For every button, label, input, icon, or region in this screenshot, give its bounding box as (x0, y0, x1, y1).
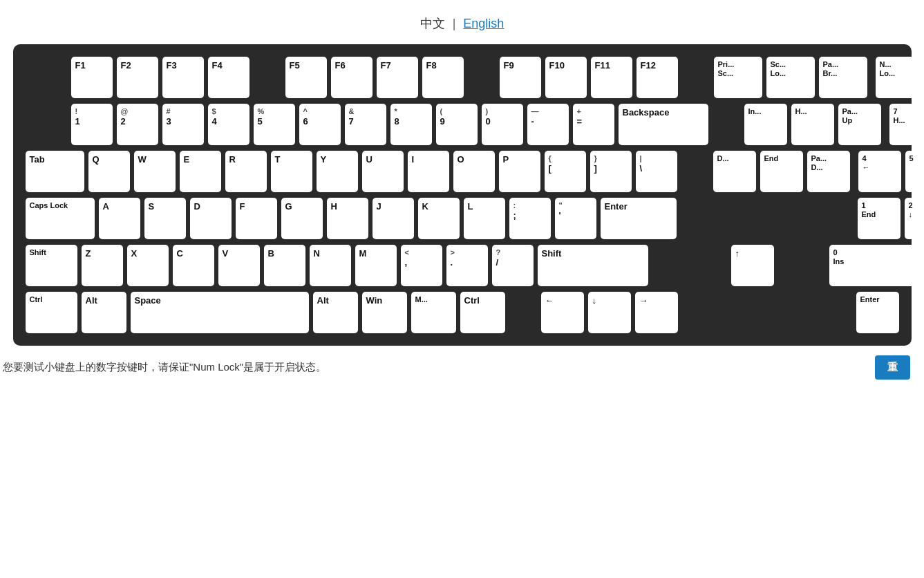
key-f1[interactable]: F1 (71, 57, 113, 98)
key-4[interactable]: $4 (208, 104, 249, 145)
key-home[interactable]: H... (791, 104, 834, 145)
key-f[interactable]: F (236, 198, 277, 239)
key-s[interactable]: S (144, 198, 186, 239)
key-period[interactable]: >. (446, 245, 488, 286)
key-b[interactable]: B (264, 245, 305, 286)
key-rshift[interactable]: Shift (538, 245, 648, 286)
key-f2[interactable]: F2 (117, 57, 158, 98)
key-lshift[interactable]: Shift (26, 245, 77, 286)
key-f12[interactable]: F12 (637, 57, 678, 98)
key-uparrow[interactable]: ↑ (731, 245, 774, 286)
key-lbracket[interactable]: {[ (545, 151, 586, 192)
key-i[interactable]: I (408, 151, 449, 192)
key-menu[interactable]: M... (411, 292, 456, 333)
key-t[interactable]: T (271, 151, 312, 192)
key-ralt[interactable]: Alt (313, 292, 358, 333)
key-x[interactable]: X (127, 245, 169, 286)
key-r[interactable]: R (225, 151, 267, 192)
key-printscreen[interactable]: Pri...Sc... (714, 57, 762, 98)
numlock-note: 您要测试小键盘上的数字按键时，请保证"Num Lock"是属于开启状态。 (3, 361, 326, 374)
key-quote[interactable]: "' (555, 198, 596, 239)
key-f5[interactable]: F5 (285, 57, 327, 98)
key-f7[interactable]: F7 (377, 57, 418, 98)
key-num7[interactable]: 7H... (889, 104, 925, 145)
key-q[interactable]: Q (88, 151, 130, 192)
chinese-lang[interactable]: 中文 (420, 17, 445, 30)
key-scrolllock[interactable]: Sc...Lo... (766, 57, 815, 98)
key-numlock[interactable]: N...Lo... (876, 57, 918, 98)
key-f4[interactable]: F4 (208, 57, 249, 98)
key-f9[interactable]: F9 (500, 57, 541, 98)
key-0[interactable]: )0 (482, 104, 523, 145)
key-a[interactable]: A (99, 198, 140, 239)
key-y[interactable]: Y (317, 151, 358, 192)
key-p[interactable]: P (499, 151, 540, 192)
key-rctrl[interactable]: Ctrl (460, 292, 505, 333)
key-semicolon[interactable]: :; (509, 198, 551, 239)
key-j[interactable]: J (373, 198, 414, 239)
key-comma[interactable]: <, (401, 245, 442, 286)
key-z[interactable]: Z (82, 245, 123, 286)
number-row: !1 @2 #3 $4 %5 ^6 &7 *8 (9 )0 —- += Back… (26, 104, 899, 145)
key-v[interactable]: V (218, 245, 260, 286)
key-equals[interactable]: += (573, 104, 614, 145)
key-end[interactable]: End (760, 151, 803, 192)
key-backslash[interactable]: |\ (636, 151, 677, 192)
key-num0[interactable]: 0Ins (829, 245, 919, 286)
key-1[interactable]: !1 (71, 104, 113, 145)
key-tab[interactable]: Tab (26, 151, 84, 192)
key-l[interactable]: L (464, 198, 505, 239)
key-6[interactable]: ^6 (299, 104, 341, 145)
fn-row: F1 F2 F3 F4 F5 F6 F7 F8 F9 F10 F11 F12 P… (26, 57, 899, 98)
key-9[interactable]: (9 (436, 104, 478, 145)
key-lalt[interactable]: Alt (82, 292, 126, 333)
key-pageup[interactable]: Pa...Up (838, 104, 881, 145)
key-capslock[interactable]: Caps Lock (26, 198, 95, 239)
key-7[interactable]: &7 (345, 104, 386, 145)
key-f10[interactable]: F10 (545, 57, 587, 98)
english-lang-link[interactable]: English (463, 17, 504, 30)
key-8[interactable]: *8 (390, 104, 432, 145)
key-insert[interactable]: In... (744, 104, 787, 145)
key-numenter[interactable]: Enter (856, 292, 899, 333)
key-space[interactable]: Space (131, 292, 309, 333)
key-enter[interactable]: Enter (601, 198, 677, 239)
key-delete[interactable]: D... (713, 151, 756, 192)
key-2[interactable]: @2 (117, 104, 158, 145)
key-downarrow[interactable]: ↓ (588, 292, 631, 333)
key-f8[interactable]: F8 (422, 57, 464, 98)
key-w[interactable]: W (134, 151, 176, 192)
key-h[interactable]: H (327, 198, 368, 239)
key-f11[interactable]: F11 (591, 57, 632, 98)
key-num5[interactable]: 5 (905, 151, 925, 192)
key-num1[interactable]: 1End (858, 198, 901, 239)
key-slash[interactable]: ?/ (492, 245, 534, 286)
key-leftarrow[interactable]: ← (541, 292, 584, 333)
key-5[interactable]: %5 (254, 104, 295, 145)
key-m[interactable]: M (355, 245, 397, 286)
zxcv-row: Shift Z X C V B N M <, >. ?/ Shift ↑ 0In… (26, 245, 899, 286)
reset-button[interactable]: 重 (875, 355, 910, 380)
key-u[interactable]: U (362, 151, 404, 192)
key-c[interactable]: C (173, 245, 214, 286)
key-f3[interactable]: F3 (162, 57, 204, 98)
key-e[interactable]: E (180, 151, 221, 192)
key-d[interactable]: D (190, 198, 232, 239)
key-minus[interactable]: —- (527, 104, 569, 145)
key-n[interactable]: N (310, 245, 351, 286)
key-rightarrow[interactable]: → (635, 292, 678, 333)
key-f6[interactable]: F6 (331, 57, 373, 98)
key-k[interactable]: K (418, 198, 460, 239)
key-win[interactable]: Win (362, 292, 407, 333)
key-pause[interactable]: Pa...Br... (819, 57, 867, 98)
key-num4[interactable]: 4← (858, 151, 901, 192)
key-backspace[interactable]: Backspace (619, 104, 708, 145)
key-rbracket[interactable]: }] (590, 151, 632, 192)
key-o[interactable]: O (453, 151, 495, 192)
key-g[interactable]: G (281, 198, 323, 239)
key-pagedown[interactable]: Pa...D... (807, 151, 850, 192)
lang-divider: | (453, 17, 456, 30)
key-num2[interactable]: 2↓ (905, 198, 925, 239)
key-3[interactable]: #3 (162, 104, 204, 145)
key-lctrl[interactable]: Ctrl (26, 292, 77, 333)
